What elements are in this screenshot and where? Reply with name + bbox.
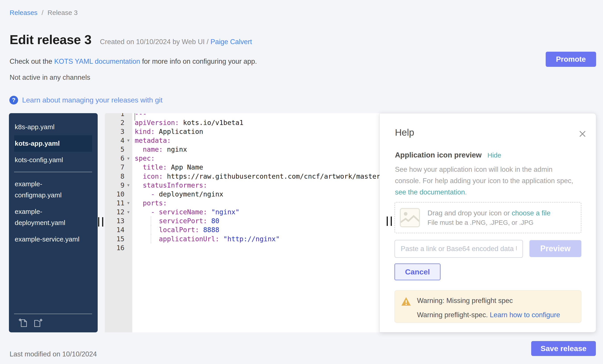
- warning-title: Warning: Missing preflight spec: [417, 297, 560, 305]
- fold-arrow-icon[interactable]: ▼: [124, 156, 132, 161]
- code-line-12[interactable]: - serviceName: "nginx": [132, 208, 380, 217]
- gutter-line-11: 11▼: [105, 199, 132, 207]
- promote-button[interactable]: Promote: [546, 52, 596, 67]
- warning-body: Warning preflight-spec. Learn how to con…: [417, 311, 560, 319]
- preview-button[interactable]: Preview: [529, 240, 581, 257]
- gutter-line-15: 15: [105, 234, 132, 243]
- file-tree-actions: [14, 314, 92, 332]
- warning-icon: [401, 297, 411, 306]
- file-tree-item-kots-config.yaml[interactable]: kots-config.yaml: [14, 152, 92, 168]
- code-line-15[interactable]: applicationUrl: "http://nginx": [132, 234, 380, 243]
- code-line-2[interactable]: apiVersion: kots.io/v1beta1: [132, 118, 380, 127]
- warning-configure-link[interactable]: Learn how to configure: [490, 311, 560, 319]
- fold-arrow-icon[interactable]: ▼: [124, 138, 132, 143]
- breadcrumb: Releases / Release 3: [10, 9, 78, 16]
- author-link[interactable]: Paige Calvert: [210, 38, 252, 46]
- code-line-9[interactable]: statusInformers:: [132, 181, 380, 189]
- gutter-line-4: 4▼: [105, 136, 132, 145]
- code-line-3[interactable]: kind: Application: [132, 127, 380, 136]
- gutter-line-8: 8: [105, 172, 132, 181]
- hide-link[interactable]: Hide: [487, 152, 501, 159]
- page: Releases / Release 3 Edit release 3 Crea…: [0, 0, 603, 364]
- close-icon[interactable]: [579, 130, 587, 138]
- sidebar-resize-handle[interactable]: [98, 217, 103, 227]
- code-line-10[interactable]: - deployment/nginx: [132, 189, 380, 199]
- learn-git-link[interactable]: Learn about managing your releases with …: [22, 96, 162, 104]
- gutter-line-16: 16: [105, 243, 132, 252]
- breadcrumb-link-releases[interactable]: Releases: [10, 9, 37, 16]
- code-line-1[interactable]: ---: [132, 113, 380, 118]
- choose-file-link[interactable]: choose a file: [511, 209, 550, 217]
- gutter-line-12: 12▼: [105, 208, 132, 217]
- fold-arrow-icon[interactable]: ▼: [124, 210, 132, 214]
- gutter-line-10: 10: [105, 189, 132, 199]
- icon-url-input[interactable]: [394, 240, 523, 258]
- editor-gutter: 1234▼56▼789▼1011▼12▼13141516: [105, 113, 132, 332]
- code-line-16[interactable]: [132, 243, 380, 252]
- editor-code[interactable]: ---apiVersion: kots.io/v1beta1kind: Appl…: [132, 113, 380, 332]
- help-panel-resize-handle[interactable]: [387, 217, 392, 226]
- add-file-icon[interactable]: [18, 318, 28, 328]
- file-tree-item-example-deployment.yaml[interactable]: example-deployment.yaml: [14, 203, 92, 231]
- code-line-4[interactable]: metadata:: [132, 136, 380, 145]
- code-editor[interactable]: 1234▼56▼789▼1011▼12▼13141516 ---apiVersi…: [105, 113, 380, 332]
- code-line-13[interactable]: servicePort: 80: [132, 217, 380, 225]
- file-tree-item-kots-app.yaml[interactable]: kots-app.yaml: [14, 135, 92, 152]
- code-line-6[interactable]: spec:: [132, 154, 380, 163]
- created-meta: Created on 10/10/2024 by Web UI / Paige …: [100, 38, 252, 46]
- gutter-line-2: 2: [105, 118, 132, 127]
- help-panel: Help Application icon previewHide See ho…: [380, 113, 596, 332]
- file-tree-item-example-service.yaml[interactable]: example-service.yaml: [14, 231, 92, 247]
- gutter-line-3: 3: [105, 127, 132, 136]
- gutter-line-5: 5: [105, 145, 132, 154]
- see-documentation-link[interactable]: see the documentation: [395, 188, 465, 196]
- code-line-8[interactable]: icon: https://raw.githubusercontent.com/…: [132, 172, 380, 181]
- kots-yaml-doc-link[interactable]: KOTS YAML documentation: [54, 57, 140, 65]
- gutter-line-9: 9▼: [105, 181, 132, 189]
- image-placeholder-icon: [400, 208, 420, 227]
- save-release-button[interactable]: Save release: [531, 341, 596, 356]
- gutter-line-7: 7: [105, 163, 132, 172]
- gutter-line-14: 14: [105, 225, 132, 234]
- add-file-from-template-icon[interactable]: [33, 318, 43, 328]
- help-description: See how your application icon will look …: [395, 164, 573, 198]
- code-line-5[interactable]: name: nginx: [132, 145, 380, 154]
- help-title: Help: [395, 127, 414, 138]
- help-section-title: Application icon previewHide: [395, 151, 501, 159]
- file-tree-item-k8s-app.yaml[interactable]: k8s-app.yaml: [14, 119, 92, 135]
- last-modified: Last modified on 10/10/2024: [10, 350, 97, 358]
- breadcrumb-current: Release 3: [47, 9, 78, 16]
- file-tree: k8s-app.yamlkots-app.yamlkots-config.yam…: [9, 113, 98, 332]
- description: Check out the KOTS YAML documentation fo…: [10, 57, 257, 66]
- file-tree-item-example-configmap.yaml[interactable]: example-configmap.yaml: [14, 176, 92, 203]
- gutter-line-1: 1: [105, 113, 132, 118]
- cancel-button[interactable]: Cancel: [394, 264, 441, 280]
- editor-cursor: [134, 113, 135, 121]
- gutter-line-13: 13: [105, 217, 132, 225]
- warning-banner: Warning: Missing preflight spec Warning …: [394, 290, 581, 323]
- code-line-7[interactable]: title: App Name: [132, 163, 380, 172]
- gutter-line-6: 6▼: [105, 154, 132, 163]
- fold-arrow-icon[interactable]: ▼: [124, 201, 132, 205]
- channel-status: Not active in any channels: [10, 74, 90, 82]
- page-title: Edit release 3: [10, 32, 92, 47]
- icon-dropzone[interactable]: Drag and drop your icon or choose a file…: [394, 202, 581, 233]
- code-line-11[interactable]: ports:: [132, 199, 380, 207]
- code-line-14[interactable]: localPort: 8888: [132, 225, 380, 234]
- help-circle-icon: ?: [9, 96, 18, 104]
- fold-arrow-icon[interactable]: ▼: [124, 183, 132, 187]
- file-tree-divider: [14, 172, 92, 172]
